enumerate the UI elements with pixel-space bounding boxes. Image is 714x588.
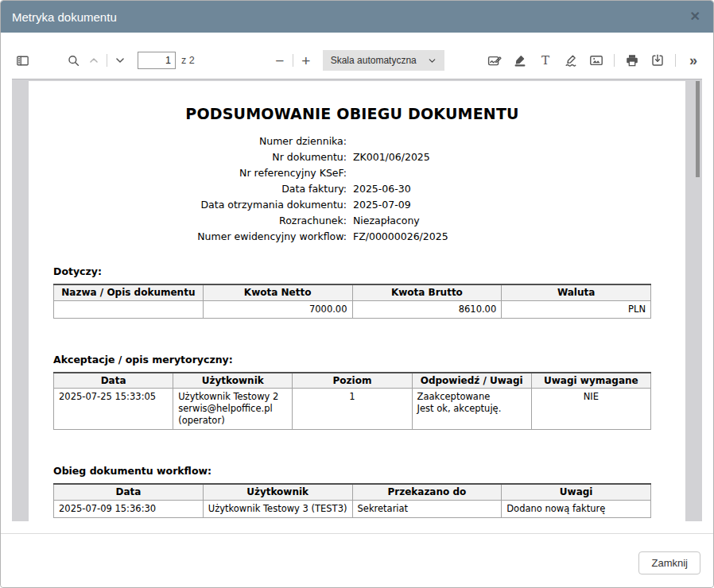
- document-section: Dotyczy:Nazwa / Opis dokumentuKwota Nett…: [53, 265, 651, 319]
- dialog-title: Metryka dokumentu: [12, 10, 117, 24]
- signature-icon: [487, 52, 503, 68]
- table-cell: 2025-07-09 15:36:30: [54, 500, 204, 517]
- dialog-footer: Zamknij: [1, 533, 713, 587]
- toolbar-separator: [293, 54, 293, 67]
- table-header-cell: Uwagi: [502, 484, 651, 500]
- sidebar-toggle-icon: [15, 53, 30, 68]
- meta-label: Numer dziennika:: [53, 133, 347, 149]
- section-table: DataUżytkownikPoziomOdpowiedź / UwagiUwa…: [53, 372, 651, 431]
- table-cell: 1: [293, 389, 412, 430]
- table-header-cell: Poziom: [293, 373, 412, 389]
- printer-icon: [624, 52, 640, 68]
- chevron-down-icon: [113, 53, 127, 68]
- chevron-up-icon: [87, 53, 101, 68]
- document-sections: Dotyczy:Nazwa / Opis dokumentuKwota Nett…: [53, 265, 651, 518]
- meta-label: Rozrachunek:: [53, 213, 347, 229]
- sidebar-toggle-button[interactable]: [12, 50, 33, 71]
- meta-value: FZ/00000026/2025: [353, 229, 448, 245]
- highlight-button[interactable]: [510, 50, 530, 71]
- more-tools-button[interactable]: »: [683, 50, 704, 71]
- document-section: Akceptacje / opis merytoryczny:DataUżytk…: [53, 354, 651, 431]
- search-icon: [66, 53, 81, 68]
- pdf-page: PODSUMOWANIE OBIEGU DOKUMENTU Numer dzie…: [29, 81, 685, 521]
- section-heading: Akceptacje / opis merytoryczny:: [53, 354, 651, 366]
- page-count-label: z 2: [181, 55, 195, 66]
- add-image-button[interactable]: [586, 50, 607, 71]
- page-number-input[interactable]: [138, 52, 176, 69]
- meta-label: Data otrzymania dokumentu:: [53, 197, 347, 213]
- dialog-titlebar: Metryka dokumentu ✕: [1, 1, 713, 33]
- svg-text:T: T: [541, 53, 549, 68]
- table-cell: 2025-07-25 15:33:05: [54, 389, 173, 430]
- table-cell: Sekretariat: [352, 500, 502, 517]
- table-header-cell: Data: [54, 484, 204, 500]
- zoom-in-button[interactable]: +: [296, 50, 316, 71]
- document-content: PODSUMOWANIE OBIEGU DOKUMENTU Numer dzie…: [29, 105, 685, 518]
- print-button[interactable]: [622, 50, 642, 71]
- section-table: Nazwa / Opis dokumentuKwota NettoKwota B…: [53, 284, 651, 319]
- scale-select[interactable]: Skala automatyczna: [323, 50, 444, 71]
- section-heading: Obieg dokumentu workflow:: [53, 465, 651, 477]
- table-cell: Dodano nową fakturę: [502, 500, 651, 517]
- table-row: 7000.008610.00PLN: [54, 300, 651, 318]
- save-button[interactable]: [647, 50, 668, 71]
- toolbar-right-group: T: [484, 50, 704, 71]
- add-signature-button[interactable]: [484, 50, 505, 71]
- table-cell: NIE: [531, 389, 650, 430]
- table-cell: [54, 300, 204, 318]
- meta-row: Nr referencyjny KSeF:: [53, 165, 651, 181]
- draw-ink-button[interactable]: [561, 50, 581, 71]
- toolbar-separator: [614, 54, 615, 67]
- table-cell: 8610.00: [352, 300, 502, 318]
- save-download-icon: [650, 52, 665, 68]
- scale-select-value: Skala automatyczna: [331, 55, 417, 66]
- meta-label: Nr referencyjny KSeF:: [53, 165, 347, 181]
- highlighter-icon: [512, 52, 528, 68]
- meta-row: Numer ewidencyjny workflow:FZ/00000026/2…: [53, 229, 651, 245]
- document-meta: Numer dziennika:Nr dokumentu:ZK001/06/20…: [53, 133, 651, 245]
- table-header-cell: Nazwa / Opis dokumentu: [54, 284, 204, 300]
- close-icon[interactable]: ✕: [690, 10, 700, 23]
- zoom-out-button[interactable]: −: [270, 50, 290, 71]
- pdf-toolbar: z 2 − + Skala automatyczna: [1, 33, 713, 79]
- table-cell: Użytkownik Testowy 2 serwis@helpoffice.p…: [173, 389, 293, 430]
- vertical-scrollbar[interactable]: [696, 81, 700, 177]
- table-cell: Zaakceptowane Jest ok, akceptuję.: [412, 389, 531, 430]
- document-section: Obieg dokumentu workflow:DataUżytkownikP…: [53, 465, 651, 518]
- toolbar-separator: [107, 54, 107, 67]
- meta-value: 2025-06-30: [353, 181, 411, 197]
- meta-value: 2025-07-09: [353, 197, 411, 213]
- meta-label: Data faktury:: [53, 181, 347, 197]
- ink-pen-icon: [563, 52, 579, 68]
- section-table: DataUżytkownikPrzekazano doUwagi2025-07-…: [53, 483, 651, 518]
- table-row: 2025-07-25 15:33:05Użytkownik Testowy 2 …: [54, 389, 651, 430]
- pdf-viewer[interactable]: PODSUMOWANIE OBIEGU DOKUMENTU Numer dzie…: [12, 79, 702, 521]
- close-button[interactable]: Zamknij: [638, 551, 700, 574]
- table-header-cell: Waluta: [502, 284, 651, 300]
- chevron-down-icon: [427, 56, 437, 66]
- document-title: PODSUMOWANIE OBIEGU DOKUMENTU: [53, 105, 651, 122]
- meta-row: Data otrzymania dokumentu:2025-07-09: [53, 197, 651, 213]
- meta-row: Data faktury:2025-06-30: [53, 181, 651, 197]
- section-heading: Dotyczy:: [53, 265, 651, 277]
- table-header-cell: Kwota Netto: [203, 284, 352, 300]
- table-header-cell: Przekazano do: [352, 484, 502, 500]
- previous-page-button[interactable]: [83, 50, 104, 71]
- table-header-cell: Data: [54, 373, 173, 389]
- table-header-cell: Uwagi wymagane: [531, 373, 650, 389]
- search-button[interactable]: [63, 50, 83, 71]
- meta-row: Nr dokumentu:ZK001/06/2025: [53, 149, 651, 165]
- double-chevron-icon: »: [689, 52, 697, 69]
- free-text-button[interactable]: T: [535, 50, 556, 71]
- table-header-cell: Odpowiedź / Uwagi: [412, 373, 531, 389]
- table-header-cell: Kwota Brutto: [352, 284, 502, 300]
- meta-row: Rozrachunek:Niezapłacony: [53, 213, 651, 229]
- table-cell: Użytkownik Testowy 3 (TEST3): [203, 500, 352, 517]
- table-cell: PLN: [502, 300, 651, 318]
- next-page-button[interactable]: [110, 50, 130, 71]
- text-icon: T: [537, 52, 553, 68]
- metryka-dokumentu-dialog: Metryka dokumentu ✕: [0, 0, 714, 588]
- meta-row: Numer dziennika:: [53, 133, 651, 149]
- image-stamp-icon: [588, 52, 604, 68]
- table-header-cell: Użytkownik: [173, 373, 293, 389]
